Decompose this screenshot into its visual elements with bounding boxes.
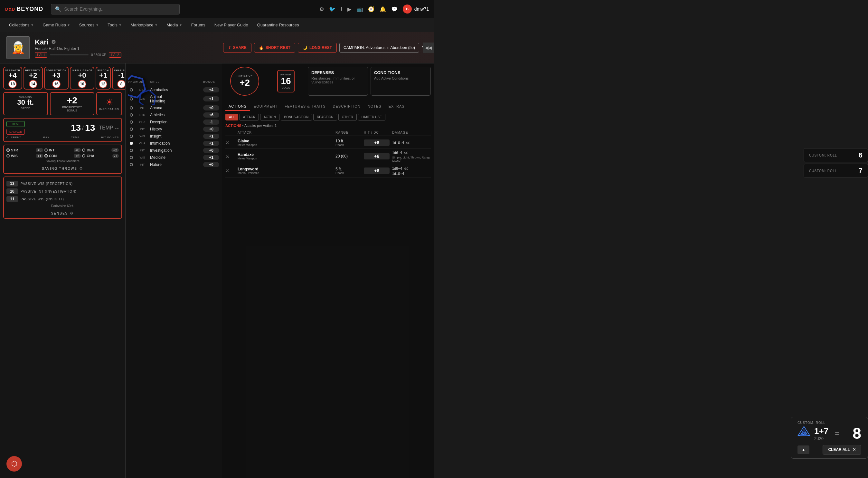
- filter-action[interactable]: ACTION: [260, 114, 279, 120]
- ability-intelligence[interactable]: INTELLIGENCE +0 10: [70, 67, 94, 90]
- longsword-info: Longsword Martial, Versatile: [238, 167, 333, 175]
- attack-glaive[interactable]: ⚔ Glaive Melee Weapon 10 ft. Reach +6 1d…: [225, 137, 431, 148]
- tab-actions[interactable]: ACTIONS: [225, 102, 250, 111]
- search-input[interactable]: [64, 6, 176, 11]
- sense-insight: 11 PASSIVE WIS (INSIGHT): [6, 195, 119, 203]
- heal-button[interactable]: HEAL: [6, 121, 25, 127]
- inspiration-box[interactable]: ☀ INSPIRATION: [96, 92, 122, 115]
- skill-medicine[interactable]: WIS Medicine +1: [128, 154, 219, 161]
- filter-attack[interactable]: ATTACK: [240, 114, 259, 120]
- prof-bonus-label: BONUS: [53, 109, 91, 112]
- save-con: CON +5: [44, 154, 81, 158]
- filter-other[interactable]: OTHER: [338, 114, 357, 120]
- handaxe-icon: ⚔: [225, 154, 235, 159]
- save-cha-dot: [82, 154, 85, 157]
- tab-extras[interactable]: EXTRAS: [385, 102, 408, 111]
- ability-charisma[interactable]: CHARISMA -1 8: [112, 67, 126, 90]
- collapse-button[interactable]: ◀◀: [423, 42, 434, 53]
- compass-icon[interactable]: 🧭: [368, 6, 374, 12]
- ability-strength[interactable]: STRENGTH +4 18: [3, 67, 22, 90]
- skill-athletics[interactable]: STR Athletics +6: [128, 112, 219, 119]
- twitter-icon[interactable]: 🐦: [329, 6, 336, 12]
- int-mod: +0: [78, 71, 86, 79]
- nav-game-rules[interactable]: Game Rules ▼: [39, 20, 74, 30]
- user-initial: B: [406, 7, 409, 11]
- tab-description[interactable]: DESCRIPTION: [330, 102, 364, 111]
- skill-dot-arcana: [130, 106, 133, 110]
- actions-tabs: ACTIONS EQUIPMENT FEATURES & TRAITS DESC…: [225, 102, 431, 111]
- skills-col-mod: MOD: [136, 80, 149, 83]
- save-dex: DEX +2: [82, 148, 119, 152]
- long-rest-button[interactable]: 🌙 LONG REST: [298, 43, 337, 53]
- prof-label: PROFICIENCY: [53, 106, 91, 109]
- youtube-icon[interactable]: ▶: [347, 6, 351, 12]
- save-wis-label: WIS: [11, 154, 18, 158]
- skill-intimidation[interactable]: CHA Intimidation +1: [128, 140, 219, 147]
- armor-label: ARMOR: [280, 73, 292, 76]
- hp-box: HEAL DAMAGE 13 / 13 TEMP -- CURRENT MAX …: [3, 118, 122, 142]
- ability-scores: STRENGTH +4 18 DEXTERITY +2 14 CONSTITUT…: [3, 67, 122, 90]
- skills-header: PROF MOD SKILL BONUS: [128, 79, 219, 85]
- skill-animal-handling[interactable]: WIS Animal Handling +1: [128, 93, 219, 104]
- skill-investigation[interactable]: INT Investigation +0: [128, 147, 219, 154]
- twitch-icon[interactable]: 📺: [356, 6, 363, 12]
- skill-bonus-athletics: +6: [203, 112, 219, 118]
- attack-handaxe[interactable]: ⚔ Handaxe Melee Weapon 20 (60) +6 1d6+4 …: [225, 148, 431, 164]
- skill-acrobatics[interactable]: DEX Acrobatics +4: [128, 86, 219, 93]
- filter-reaction[interactable]: REACTION: [313, 114, 337, 120]
- nav-marketplace[interactable]: Marketplace ▼: [127, 20, 162, 30]
- ability-wisdom[interactable]: WISDOM +1 12: [96, 67, 111, 90]
- user-info[interactable]: B dmw71: [403, 4, 429, 13]
- chat-icon[interactable]: 💬: [391, 6, 398, 12]
- nav-media[interactable]: Media ▼: [163, 20, 186, 30]
- bell-icon[interactable]: 🔔: [380, 6, 386, 12]
- attack-longsword[interactable]: ⚔ Longsword Martial, Versatile 5 ft. Rea…: [225, 164, 431, 177]
- discord-icon[interactable]: ⚙: [319, 6, 324, 12]
- filter-all[interactable]: ALL: [225, 114, 238, 120]
- prof-speed-label: SPEED: [6, 107, 45, 110]
- ability-dexterity[interactable]: DEXTERITY +2 14: [24, 67, 43, 90]
- tab-features-traits[interactable]: FEATURES & TRAITS: [281, 102, 329, 111]
- game-rules-arrow: ▼: [67, 24, 70, 27]
- nav-forums[interactable]: Forums: [187, 20, 209, 30]
- secondary-nav: Collections ▼ Game Rules ▼ Sources ▼ Too…: [0, 18, 434, 32]
- filter-bonus-action[interactable]: BONUS ACTION: [281, 114, 312, 120]
- username: dmw71: [414, 6, 429, 11]
- glaive-hit: +6: [364, 140, 390, 146]
- ability-constitution[interactable]: CONSTITUTION +3 16: [44, 67, 69, 90]
- skill-nature[interactable]: INT Nature +0: [128, 161, 219, 168]
- character-avatar[interactable]: 🧝: [6, 36, 30, 59]
- nav-sources[interactable]: Sources ▼: [75, 20, 103, 30]
- short-rest-button[interactable]: 🔥 SHORT REST: [254, 43, 295, 53]
- insight-label: PASSIVE WIS (INSIGHT): [21, 198, 64, 201]
- nav-collections[interactable]: Collections ▼: [5, 20, 38, 30]
- longsword-name: Longsword: [238, 167, 333, 171]
- damage-button[interactable]: DAMAGE: [6, 129, 25, 135]
- settings-icon[interactable]: ⚙: [51, 39, 56, 45]
- campaign-button[interactable]: CAMPAIGN: Adventures in Aberdeen (5e): [339, 43, 419, 53]
- handaxe-damage: 1d6+4 ≪ Simple, Light, Thrown, Range (20…: [392, 150, 431, 162]
- conditions-sub: Add Active Conditions: [374, 76, 427, 80]
- skill-history[interactable]: INT History +0: [128, 126, 219, 133]
- sense-investigation: 10 PASSIVE INT (INVESTIGATION): [6, 187, 119, 195]
- search-bar[interactable]: 🔍: [51, 4, 180, 14]
- nav-quarantine[interactable]: Quarantine Resources: [253, 20, 303, 30]
- share-button[interactable]: ⇪ SHARE: [223, 43, 251, 53]
- skills-col-empty: [170, 80, 202, 83]
- saving-throws-settings-icon[interactable]: ⚙: [79, 166, 83, 171]
- facebook-icon[interactable]: f: [341, 6, 342, 12]
- nav-tools[interactable]: Tools ▼: [104, 20, 125, 30]
- skill-insight[interactable]: WIS Insight +1: [128, 133, 219, 140]
- logo[interactable]: D&D BEYOND: [5, 6, 43, 12]
- tab-equipment[interactable]: EQUIPMENT: [250, 102, 281, 111]
- filter-limited-use[interactable]: LIMITED USE: [358, 114, 385, 120]
- skill-deception[interactable]: CHA Deception -1: [128, 119, 219, 126]
- skill-bonus-arcana: +0: [203, 105, 219, 111]
- save-str-label: STR: [11, 148, 18, 152]
- senses-settings-icon[interactable]: ⚙: [70, 211, 74, 215]
- tab-notes[interactable]: NOTES: [365, 102, 385, 111]
- dice-roller-button[interactable]: ⬡: [6, 456, 22, 472]
- skill-name-investigation: Investigation: [150, 148, 169, 153]
- skill-arcana[interactable]: INT Arcana +0: [128, 104, 219, 112]
- nav-new-player-guide[interactable]: New Player Guide: [211, 20, 252, 30]
